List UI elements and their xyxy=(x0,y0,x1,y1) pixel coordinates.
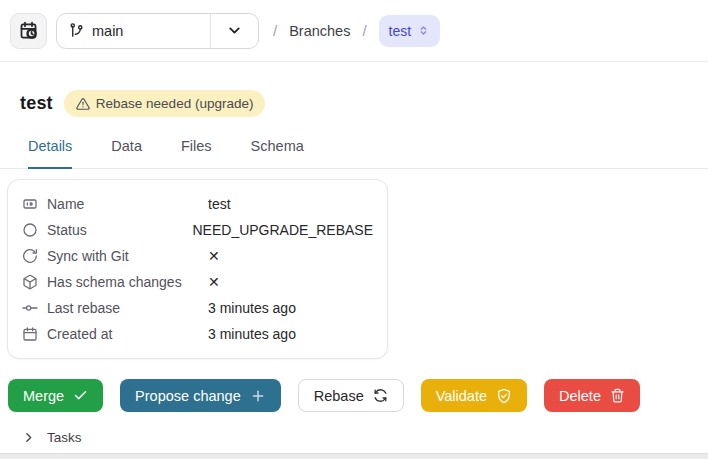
tab-schema[interactable]: Schema xyxy=(251,138,304,169)
detail-value: test xyxy=(208,196,231,212)
current-branch-selector[interactable]: test xyxy=(379,15,441,47)
merge-button[interactable]: Merge xyxy=(8,379,103,412)
chevron-right-icon xyxy=(22,431,35,444)
delete-button-label: Delete xyxy=(559,388,601,404)
git-branch-icon xyxy=(69,23,84,38)
merge-button-label: Merge xyxy=(23,388,64,404)
tab-bar: Details Data Files Schema xyxy=(0,138,708,169)
validate-button[interactable]: Validate xyxy=(421,379,527,412)
detail-row-last-rebase: Last rebase 3 minutes ago xyxy=(22,295,373,321)
top-toolbar: main / Branches / test xyxy=(0,0,708,62)
delete-button[interactable]: Delete xyxy=(544,379,640,412)
trash-icon xyxy=(610,388,625,403)
detail-value: 3 minutes ago xyxy=(208,326,296,342)
detail-row-schema-changes: Has schema changes ✕ xyxy=(22,269,373,295)
propose-change-button[interactable]: Propose change xyxy=(120,379,281,412)
tab-details[interactable]: Details xyxy=(28,138,72,169)
plus-icon xyxy=(250,388,266,404)
current-branch-name: test xyxy=(389,23,412,39)
git-commit-icon xyxy=(22,300,38,316)
breadcrumb-branches[interactable]: Branches xyxy=(289,23,350,39)
breadcrumb: / Branches / test xyxy=(273,15,440,47)
tab-files[interactable]: Files xyxy=(181,138,212,169)
detail-value-x-mark: ✕ xyxy=(208,274,220,290)
rebase-button[interactable]: Rebase xyxy=(298,379,404,412)
breadcrumb-separator: / xyxy=(362,22,366,39)
detail-label: Sync with Git xyxy=(47,248,129,264)
detail-row-name: Name test xyxy=(22,191,373,217)
breadcrumb-separator: / xyxy=(273,22,277,39)
action-buttons: Merge Propose change Rebase Validate xyxy=(8,379,708,412)
id-card-icon xyxy=(22,196,38,212)
detail-value-x-mark: ✕ xyxy=(208,248,220,264)
page-title: test xyxy=(20,93,53,114)
history-button[interactable] xyxy=(10,13,47,49)
branch-details-card: Name test Status NEED_UPGRADE_REBASE Syn… xyxy=(7,179,388,359)
detail-row-sync: Sync with Git ✕ xyxy=(22,243,373,269)
refresh-icon xyxy=(373,388,388,403)
propose-change-button-label: Propose change xyxy=(135,388,241,404)
shield-check-icon xyxy=(496,388,512,404)
rebase-button-label: Rebase xyxy=(314,388,364,404)
page-header: test Rebase needed (upgrade) xyxy=(0,62,708,117)
detail-label: Created at xyxy=(47,326,112,342)
badge-label: Rebase needed (upgrade) xyxy=(96,96,254,111)
validate-button-label: Validate xyxy=(436,388,487,404)
detail-label: Status xyxy=(47,222,87,238)
warning-triangle-icon xyxy=(76,97,90,111)
detail-label: Name xyxy=(47,196,84,212)
rebase-needed-badge: Rebase needed (upgrade) xyxy=(64,90,266,117)
detail-label: Has schema changes xyxy=(47,274,182,290)
chevron-down-icon[interactable] xyxy=(211,22,258,39)
next-section-edge xyxy=(0,453,708,459)
detail-value: 3 minutes ago xyxy=(208,300,296,316)
branch-selector-value: main xyxy=(92,23,123,39)
tab-data[interactable]: Data xyxy=(111,138,142,169)
detail-value: NEED_UPGRADE_REBASE xyxy=(192,222,373,238)
circle-icon xyxy=(22,222,38,238)
branch-selector[interactable]: main xyxy=(56,13,259,49)
calendar-clock-icon xyxy=(18,20,39,41)
detail-row-created-at: Created at 3 minutes ago xyxy=(22,321,373,347)
cube-icon xyxy=(22,274,38,290)
calendar-icon xyxy=(22,326,38,342)
tasks-section-toggle[interactable]: Tasks xyxy=(22,430,708,445)
tasks-label: Tasks xyxy=(47,430,82,445)
detail-row-status: Status NEED_UPGRADE_REBASE xyxy=(22,217,373,243)
chevrons-up-down-icon xyxy=(417,24,430,37)
detail-label: Last rebase xyxy=(47,300,120,316)
check-icon xyxy=(73,388,88,403)
sync-icon xyxy=(22,248,38,264)
